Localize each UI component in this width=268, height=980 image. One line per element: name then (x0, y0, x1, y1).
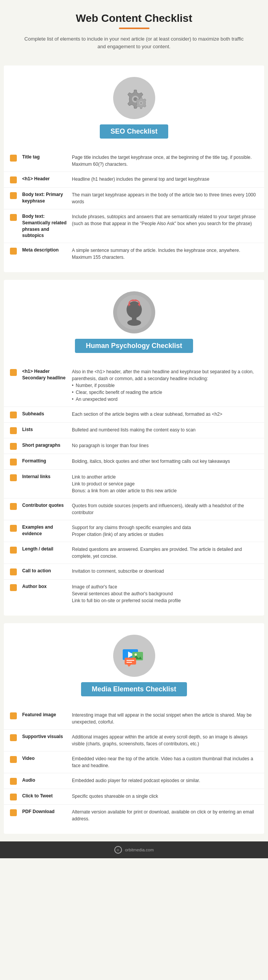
item-label: Body text: Semantically related phrases … (22, 213, 72, 239)
item-description: Related questions are answered. Examples… (72, 546, 257, 560)
checkbox-icon (10, 584, 17, 591)
media-section: Media Elements Checklist Featured imageI… (4, 623, 264, 834)
desc-line: Link to product or service page (72, 481, 135, 487)
checkbox-icon (10, 427, 17, 434)
item-label: PDF Download (22, 808, 72, 815)
item-description: The main target keyphrase appears in the… (72, 191, 257, 205)
media-section-header: Media Elements Checklist (4, 623, 264, 708)
checklist-item: Click to TweetSpecific quotes shareable … (4, 789, 264, 805)
page-wrapper: Web Content Checklist Complete list of e… (0, 0, 268, 858)
svg-point-15 (135, 653, 137, 656)
checklist-item: AudioEmbedded audio player for related p… (4, 773, 264, 789)
seo-icon (113, 77, 155, 119)
item-label: Contributor quotes (22, 502, 72, 509)
desc-line: Link to another article (72, 474, 116, 480)
item-label: <h1> Header Secondary headline (22, 368, 72, 381)
checkbox-icon (10, 474, 17, 481)
item-label: Video (22, 755, 72, 762)
checklist-item: Meta descriptionA simple sentence summar… (4, 243, 264, 265)
item-label: Subheads (22, 411, 72, 417)
item-description: Quotes from outside sources (experts and… (72, 502, 257, 516)
media-icon (113, 635, 155, 677)
footer-text: orbitmedia.com (125, 848, 154, 852)
checkbox-icon (10, 214, 17, 221)
checkbox-icon (10, 778, 17, 785)
checklist-item: <h1> HeaderHeadline (h1 header) includes… (4, 172, 264, 188)
item-description: A simple sentence summary of the article… (72, 247, 257, 261)
item-label: Click to Tweet (22, 793, 72, 799)
item-description: Each section of the article begins with … (72, 411, 257, 418)
checklist-item: Contributor quotesQuotes from outside so… (4, 498, 264, 520)
item-description: Include phrases, subtopics and answers t… (72, 213, 257, 227)
item-description: Link to another articleLink to product o… (72, 474, 257, 494)
item-label: Internal links (22, 474, 72, 480)
media-checklist: Featured imageInteresting image that wil… (4, 708, 264, 826)
psychology-checklist: <h1> Header Secondary headlineAlso in th… (4, 364, 264, 608)
checklist-item: Short paragraphsNo paragraph is longer t… (4, 438, 264, 454)
desc-line: Link to full bio on-site or preferred so… (72, 598, 181, 603)
header-divider (119, 28, 149, 29)
item-description: Specific quotes shareable on a single cl… (72, 793, 257, 800)
psychology-title: Human Psychology Checklist (75, 339, 193, 353)
item-label: Author box (22, 583, 72, 590)
page-header: Web Content Checklist Complete list of e… (0, 0, 268, 58)
page-footer: ⊙ orbitmedia.com (0, 841, 268, 858)
checklist-item: Author boxImage of author's faceSeveral … (4, 580, 264, 608)
media-title: Media Elements Checklist (81, 682, 187, 696)
checkbox-icon (10, 192, 17, 199)
checkbox-icon (10, 794, 17, 800)
checklist-item: Body text: Semantically related phrases … (4, 209, 264, 243)
checklist-item: PDF DownloadAlternate version available … (4, 805, 264, 826)
desc-line: Several sentences about the author's bac… (72, 591, 173, 596)
page-title: Web Content Checklist (23, 12, 245, 24)
item-description: Headline (h1 header) includes the genera… (72, 176, 257, 183)
checkbox-icon (10, 547, 17, 554)
item-description: Embedded audio player for related podcas… (72, 777, 257, 784)
item-label: Body text: Primary keyphrase (22, 191, 72, 204)
item-description: Image of author's faceSeveral sentences … (72, 583, 257, 604)
item-label: Formatting (22, 458, 72, 464)
item-description: Support for any claims through specific … (72, 524, 257, 538)
checklist-item: Internal linksLink to another articleLin… (4, 470, 264, 498)
item-label: Call to action (22, 568, 72, 574)
checkbox-icon (10, 248, 17, 255)
item-description: Also in the <h1> header, after the main … (72, 368, 257, 403)
seo-section: SEO Checklist Title tagPage title includ… (4, 65, 264, 272)
checklist-item: Call to actionInvitation to comment, sub… (4, 564, 264, 580)
checklist-item: Body text: Primary keyphraseThe main tar… (4, 188, 264, 209)
checklist-item: FormattingBolding, italics, block quotes… (4, 454, 264, 470)
item-label: Audio (22, 777, 72, 784)
orbit-logo-icon: ⊙ (114, 846, 122, 854)
checklist-item: VideoEmbedded video near the top of the … (4, 751, 264, 773)
seo-checklist: Title tagPage title includes the target … (4, 150, 264, 265)
checkbox-icon (10, 155, 17, 162)
item-label: Supportive visuals (22, 733, 72, 740)
item-description: Additional images appear within the arti… (72, 733, 257, 747)
checkbox-icon (10, 525, 17, 532)
checklist-item: Featured imageInteresting image that wil… (4, 708, 264, 730)
checkbox-icon (10, 756, 17, 763)
checklist-item: Supportive visualsAdditional images appe… (4, 730, 264, 751)
desc-line: Image of author's face (72, 584, 117, 590)
item-label: Meta description (22, 247, 72, 253)
item-description: Alternate version available for print or… (72, 808, 257, 822)
item-label: Lists (22, 426, 72, 433)
svg-point-5 (140, 102, 142, 104)
checklist-item: Length / detailRelated questions are ans… (4, 542, 264, 564)
item-label: Length / detail (22, 546, 72, 552)
item-description: Bulleted and numbered lists making the c… (72, 426, 257, 433)
item-description: Invitation to comment, subscribe or down… (72, 568, 257, 575)
checkbox-icon (10, 412, 17, 418)
psychology-section: Human Psychology Checklist <h1> Header S… (4, 280, 264, 616)
checkbox-icon (10, 176, 17, 183)
item-label: Examples and evidence (22, 524, 72, 537)
desc-line: Support for any claims through specific … (72, 525, 191, 530)
checkbox-icon (10, 459, 17, 466)
psychology-icon (113, 291, 155, 333)
item-description: Page title includes the target keyphrase… (72, 154, 257, 168)
item-description: Interesting image that will appear in th… (72, 712, 257, 725)
item-description: Bolding, italics, block quotes and other… (72, 458, 257, 465)
psychology-section-header: Human Psychology Checklist (4, 280, 264, 364)
checkbox-icon (10, 568, 17, 575)
checklist-item: Examples and evidenceSupport for any cla… (4, 520, 264, 542)
